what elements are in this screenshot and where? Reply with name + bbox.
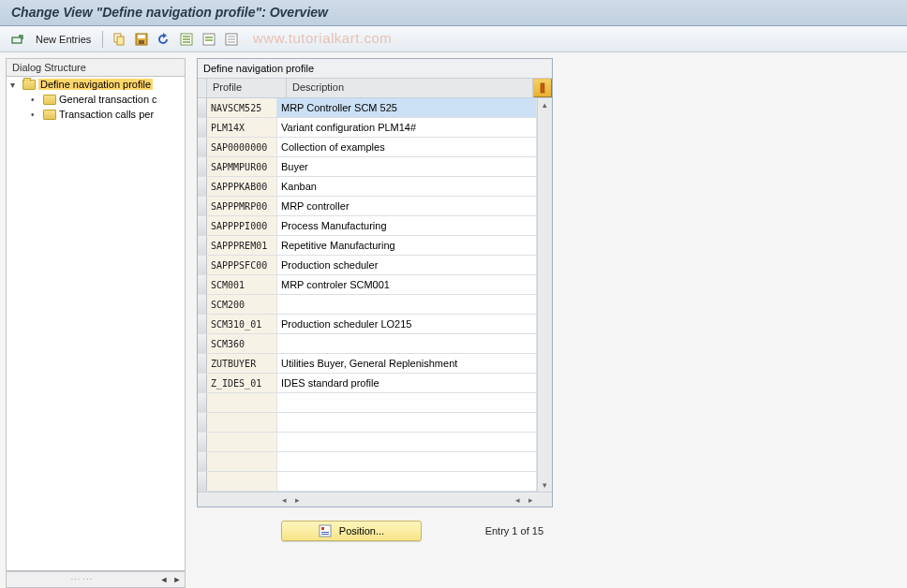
row-handle[interactable] <box>198 177 207 196</box>
cell-profile[interactable]: SAPPPMRP00 <box>207 197 277 215</box>
table-row[interactable]: ZUTBUYERUtilities Buyer, General Repleni… <box>198 354 537 374</box>
table-row[interactable] <box>198 472 537 492</box>
cell-description[interactable]: Kanban <box>277 177 537 196</box>
cell-description[interactable]: MRP Controller SCM 525 <box>277 98 537 117</box>
cell-profile[interactable]: ZUTBUYER <box>207 354 277 373</box>
cell-description[interactable] <box>277 433 537 451</box>
row-handle[interactable] <box>198 256 207 274</box>
deselect-all-icon[interactable] <box>223 31 240 48</box>
cell-description[interactable]: MRP controler SCM001 <box>277 275 537 294</box>
table-row[interactable]: SCM360 <box>198 334 537 354</box>
cell-profile[interactable]: SCM200 <box>207 295 277 314</box>
cell-description[interactable]: MRP controller <box>277 197 537 215</box>
cell-description[interactable]: Utilities Buyer, General Replenishment <box>277 354 537 373</box>
tree-label-root[interactable]: Define navigation profile <box>38 79 153 90</box>
cell-profile[interactable] <box>207 452 277 471</box>
other-view-icon[interactable] <box>9 31 26 48</box>
row-handle[interactable] <box>198 452 207 471</box>
cell-profile[interactable]: SAPPPKAB00 <box>207 177 277 196</box>
cell-profile[interactable]: SCM360 <box>207 334 277 353</box>
scroll-right2-icon[interactable]: ▸ <box>524 493 537 507</box>
table-row[interactable]: SAP0000000Collection of examples <box>198 138 537 157</box>
row-handle[interactable] <box>198 334 207 353</box>
cell-description[interactable]: Collection of examples <box>277 138 537 156</box>
row-handle[interactable] <box>198 236 207 255</box>
tree-label-child1[interactable]: General transaction c <box>59 94 157 105</box>
table-row[interactable]: SCM200 <box>198 295 537 315</box>
scroll-right-icon[interactable]: ► <box>171 574 183 585</box>
cell-description[interactable] <box>277 393 537 412</box>
new-entries-button[interactable]: New Entries <box>32 34 95 45</box>
cell-profile[interactable]: SCM001 <box>207 275 277 294</box>
table-row[interactable]: NAVSCM525MRP Controller SCM 525 <box>198 98 537 118</box>
scroll-right-icon[interactable]: ▸ <box>290 493 304 507</box>
cell-profile[interactable] <box>207 433 277 451</box>
cell-profile[interactable]: SAP0000000 <box>207 138 277 156</box>
table-row[interactable]: SAPPPPI000Process Manufacturing <box>198 216 537 236</box>
row-handle[interactable] <box>198 216 207 235</box>
save-icon[interactable] <box>133 31 150 48</box>
table-row[interactable]: SAPPPSFC00Production scheduler <box>198 256 537 275</box>
horizontal-scrollbar[interactable]: ◂ ▸ ◂ ▸ <box>198 492 552 507</box>
cell-description[interactable] <box>277 334 537 353</box>
row-handle[interactable] <box>198 393 207 412</box>
row-handle[interactable] <box>198 354 207 373</box>
scroll-left-icon[interactable]: ◄ <box>158 574 170 585</box>
tree-label-child2[interactable]: Transaction calls per <box>59 109 154 120</box>
row-handle[interactable] <box>198 157 207 176</box>
table-row[interactable] <box>198 393 537 413</box>
cell-description[interactable]: Process Manufacturing <box>277 216 537 235</box>
cell-profile[interactable]: SAPPPSFC00 <box>207 256 277 274</box>
col-profile[interactable]: Profile <box>207 79 287 97</box>
cell-profile[interactable]: SAPMMPUR00 <box>207 157 277 176</box>
cell-profile[interactable]: PLM14X <box>207 118 277 137</box>
cell-description[interactable]: Production scheduler LO215 <box>277 315 537 333</box>
scroll-up-icon[interactable]: ▴ <box>539 98 552 111</box>
cell-profile[interactable] <box>207 472 277 491</box>
row-handle[interactable] <box>198 275 207 294</box>
table-row[interactable]: SAPPPREM01Repetitive Manufacturing <box>198 236 537 256</box>
table-row[interactable]: SAPPPKAB00Kanban <box>198 177 537 197</box>
cell-description[interactable]: Variant configuration PLM14# <box>277 118 537 137</box>
select-all-icon[interactable] <box>178 31 195 48</box>
table-row[interactable] <box>198 452 537 472</box>
scroll-left2-icon[interactable]: ◂ <box>511 493 524 507</box>
row-handle[interactable] <box>198 315 207 333</box>
cell-profile[interactable] <box>207 393 277 412</box>
table-row[interactable] <box>198 413 537 433</box>
col-description[interactable]: Description <box>287 79 533 97</box>
tree-node-child1[interactable]: • General transaction c <box>7 92 185 107</box>
row-handle[interactable] <box>198 197 207 215</box>
table-row[interactable]: SAPPPMRP00MRP controller <box>198 197 537 216</box>
cell-description[interactable] <box>277 472 537 491</box>
cell-description[interactable] <box>277 452 537 471</box>
cell-description[interactable]: IDES standard profile <box>277 374 537 392</box>
cell-description[interactable]: Repetitive Manufacturing <box>277 236 537 255</box>
cell-description[interactable]: Buyer <box>277 157 537 176</box>
table-row[interactable]: SCM310_01Production scheduler LO215 <box>198 315 537 334</box>
row-handle[interactable] <box>198 374 207 392</box>
table-row[interactable]: SAPMMPUR00Buyer <box>198 157 537 177</box>
table-row[interactable]: Z_IDES_01IDES standard profile <box>198 374 537 393</box>
scroll-down-icon[interactable]: ▾ <box>539 478 552 492</box>
row-handle[interactable] <box>198 413 207 432</box>
cell-profile[interactable]: NAVSCM525 <box>207 98 277 117</box>
row-handle[interactable] <box>198 433 207 451</box>
table-row[interactable]: SCM001MRP controler SCM001 <box>198 275 537 295</box>
scroll-left-icon[interactable]: ◂ <box>277 493 290 507</box>
cell-description[interactable] <box>277 295 537 314</box>
row-handle[interactable] <box>198 472 207 491</box>
table-row[interactable] <box>198 433 537 452</box>
copy-icon[interactable] <box>111 31 127 48</box>
cell-profile[interactable]: SCM310_01 <box>207 315 277 333</box>
undo-icon[interactable] <box>156 31 172 48</box>
select-block-icon[interactable] <box>201 31 217 48</box>
cell-profile[interactable]: SAPPPREM01 <box>207 236 277 255</box>
collapse-icon[interactable]: ▾ <box>10 80 20 90</box>
position-button[interactable]: Position... <box>281 521 422 541</box>
row-handle[interactable] <box>198 98 207 117</box>
tree-node-child2[interactable]: • Transaction calls per <box>7 107 185 122</box>
tree-node-root[interactable]: ▾ Define navigation profile <box>7 77 185 92</box>
vertical-scrollbar[interactable]: ▴ ▾ <box>537 98 552 492</box>
table-row[interactable]: PLM14XVariant configuration PLM14# <box>198 118 537 138</box>
